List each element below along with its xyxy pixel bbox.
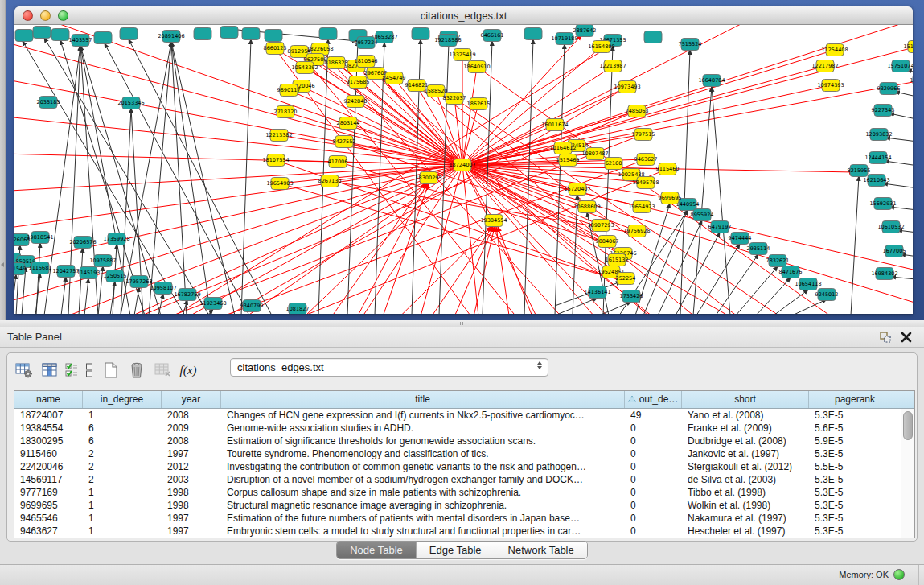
network-window-titlebar[interactable]: citations_edges.txt xyxy=(14,6,913,25)
graph-node[interactable]: 1145193 xyxy=(77,267,101,279)
close-window-button[interactable] xyxy=(23,10,33,21)
network-canvas[interactable]: 1403557208914061065328715276026466161107… xyxy=(14,25,913,314)
graph-node[interactable]: 13325419 xyxy=(449,49,475,61)
graph-node[interactable] xyxy=(644,31,662,43)
column-header-name[interactable]: name xyxy=(14,391,83,408)
table-row[interactable]: 946554611997Estimation of the future num… xyxy=(14,512,901,525)
graph-node[interactable]: 10610532 xyxy=(877,221,904,233)
graph-node[interactable]: 12213382 xyxy=(265,130,292,142)
graph-node[interactable] xyxy=(120,28,138,40)
graph-node[interactable]: 16782759 xyxy=(174,289,200,301)
table-row[interactable]: 1830029562008Estimation of significance … xyxy=(14,435,901,447)
graph-node[interactable]: 1615132 xyxy=(606,254,629,266)
graph-node[interactable]: 12213987 xyxy=(599,60,626,72)
column-visibility-icon[interactable] xyxy=(39,360,60,380)
graph-node[interactable]: 15692931 xyxy=(869,198,896,210)
split-view-icon[interactable] xyxy=(83,360,96,380)
graph-node[interactable] xyxy=(94,32,112,44)
graph-node[interactable]: 1862615 xyxy=(467,98,491,110)
table-row[interactable]: 1872400712008Changes of HCN gene express… xyxy=(14,409,901,422)
graph-node[interactable]: 9463627 xyxy=(634,154,658,166)
graph-node[interactable]: 1733426 xyxy=(620,290,643,303)
column-header-year[interactable]: year xyxy=(162,391,221,408)
table-row[interactable]: 946362711997Embryonic stem cells: a mode… xyxy=(14,525,901,538)
graph-node[interactable]: 9245012 xyxy=(815,289,839,301)
column-header-short[interactable]: short xyxy=(682,391,809,408)
graph-node[interactable]: 12217987 xyxy=(811,60,838,72)
graph-node[interactable]: 8955924 xyxy=(691,209,714,221)
network-canvas-container[interactable]: 1403557208914061065328715276026466161107… xyxy=(14,25,913,314)
graph-node[interactable]: 20153346 xyxy=(117,97,144,109)
graph-node[interactable]: 18107554 xyxy=(262,154,289,167)
delete-column-icon[interactable] xyxy=(126,360,147,380)
column-header-pagerank[interactable]: pagerank xyxy=(809,391,901,408)
graph-node[interactable]: 62160 xyxy=(605,158,622,170)
graph-node[interactable]: 1515469 xyxy=(556,154,580,167)
graph-node[interactable] xyxy=(242,28,260,40)
graph-node[interactable] xyxy=(265,30,282,42)
table-row[interactable]: 1938455462009Genome-wide association stu… xyxy=(14,422,901,435)
graph-node[interactable]: 252254 xyxy=(616,273,636,285)
graph-node[interactable] xyxy=(51,29,69,41)
graph-node[interactable]: 9115460 xyxy=(656,163,680,175)
graph-node[interactable]: 9329966 xyxy=(877,83,901,95)
column-header-out_de[interactable]: out_de… xyxy=(625,391,682,408)
column-header-in_degree[interactable]: in_degree xyxy=(83,391,162,408)
graph-node[interactable]: 10654118 xyxy=(795,278,821,290)
tab-network-table[interactable]: Network Table xyxy=(495,542,587,558)
tab-edge-table[interactable]: Edge Table xyxy=(417,542,495,558)
control-panel-splitter[interactable] xyxy=(0,0,6,320)
graph-node[interactable]: 9242848 xyxy=(344,96,368,108)
graph-node[interactable]: 9884067 xyxy=(596,236,619,248)
graph-node[interactable]: 12444154 xyxy=(864,152,891,164)
select-rows-icon[interactable] xyxy=(65,360,78,380)
close-panel-icon[interactable] xyxy=(900,331,913,344)
graph-node[interactable]: 19654923 xyxy=(628,201,655,213)
vertical-scrollbar[interactable] xyxy=(901,409,914,538)
graph-node[interactable]: 6466161 xyxy=(481,30,504,42)
graph-node[interactable]: 1810546 xyxy=(355,56,378,68)
graph-node[interactable]: 15751074 xyxy=(887,60,913,72)
graph-node[interactable]: 12093832 xyxy=(865,129,892,141)
graph-node[interactable]: 9227343 xyxy=(872,105,895,117)
graph-node[interactable]: 16984302 xyxy=(871,268,897,280)
graph-node[interactable]: 9340799 xyxy=(240,300,264,312)
graph-node[interactable]: 10719185 xyxy=(551,33,577,45)
function-builder-icon[interactable]: f(x) xyxy=(178,360,199,380)
graph-node[interactable]: 8267130 xyxy=(318,175,342,187)
graph-node[interactable] xyxy=(524,28,542,40)
table-row[interactable]: 969969511998Structural magnetic resonanc… xyxy=(14,499,901,512)
graph-node[interactable]: 11254408 xyxy=(821,44,848,56)
graph-node[interactable]: 6479197 xyxy=(708,221,732,233)
graph-node[interactable]: 8660123 xyxy=(264,43,287,55)
graph-node[interactable] xyxy=(412,28,429,40)
graph-node[interactable]: 9474444 xyxy=(729,233,752,245)
graph-node[interactable]: 1797515 xyxy=(632,129,655,141)
graph-node[interactable]: 2935114 xyxy=(747,243,770,255)
graph-node[interactable]: 19384554 xyxy=(480,215,507,227)
memory-status-indicator[interactable] xyxy=(893,569,905,580)
float-panel-icon[interactable] xyxy=(879,331,892,344)
graph-node[interactable]: 17957263 xyxy=(125,276,152,288)
table-row[interactable]: 1456911722003Disruption of a novel membe… xyxy=(14,473,901,486)
delete-table-icon[interactable] xyxy=(152,360,173,380)
graph-node[interactable]: 1250515 xyxy=(104,270,127,282)
splitter-collapse-arrow-icon[interactable] xyxy=(1,262,4,267)
graph-node[interactable]: 417006 xyxy=(328,156,348,168)
graph-node[interactable]: 1403557 xyxy=(69,35,92,47)
graph-node[interactable]: 9699695 xyxy=(659,192,682,204)
graph-node[interactable]: 9890117 xyxy=(277,84,301,97)
tab-node-table[interactable]: Node Table xyxy=(337,542,417,558)
graph-node[interactable]: 10974393 xyxy=(817,80,844,92)
table-row[interactable]: 977716911998Corpus callosum shape and si… xyxy=(14,486,901,499)
table-row[interactable]: 911546021997Tourette syndrome. Phenomeno… xyxy=(14,447,901,460)
column-header-title[interactable]: title xyxy=(221,391,625,408)
graph-node[interactable] xyxy=(220,27,238,39)
graph-node[interactable]: 1115681 xyxy=(29,262,52,274)
graph-node[interactable] xyxy=(33,27,51,39)
graph-node[interactable]: 9175685 xyxy=(347,76,370,89)
graph-node[interactable]: 15122543 xyxy=(903,41,913,53)
graph-node[interactable]: 8471676 xyxy=(779,266,803,278)
graph-node[interactable]: 2803144 xyxy=(337,117,360,130)
table-selector-dropdown[interactable]: citations_edges.txt xyxy=(230,358,548,377)
